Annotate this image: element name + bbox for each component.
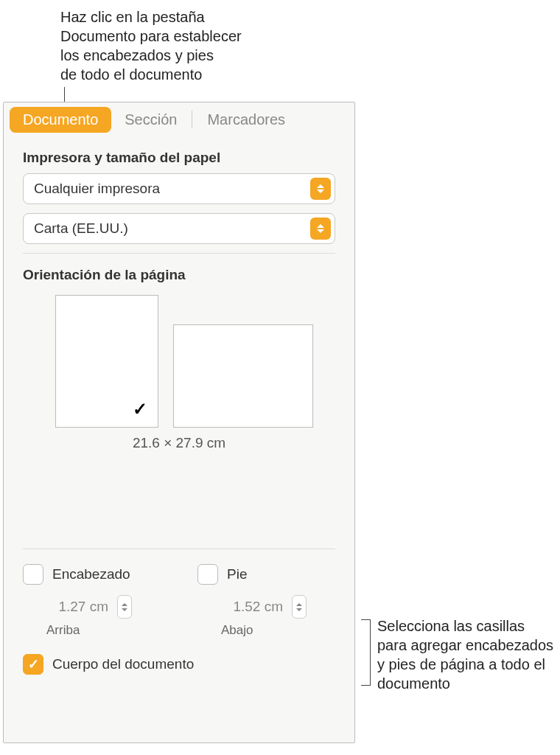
tab-section[interactable]: Sección — [111, 107, 190, 133]
tab-separator — [192, 111, 192, 128]
header-margin-input[interactable] — [39, 595, 113, 619]
tab-document[interactable]: Documento — [10, 107, 111, 133]
footer-margin-input[interactable] — [214, 595, 287, 619]
printer-dropdown-value: Cualquier impresora — [24, 181, 310, 197]
printer-paper-title: Impresora y tamaño del papel — [23, 150, 335, 166]
orientation-portrait-button[interactable]: ✓ — [55, 295, 158, 428]
paper-size-dropdown[interactable]: Carta (EE.UU.) — [23, 213, 335, 244]
tab-bookmarks[interactable]: Marcadores — [194, 107, 298, 133]
orientation-title: Orientación de la página — [23, 267, 335, 283]
callout-top-text: Haz clic en la pestañaDocumento para est… — [60, 7, 242, 84]
header-margin-stepper[interactable] — [117, 595, 132, 619]
orientation-landscape-button[interactable] — [173, 324, 313, 428]
callout-top-leader — [64, 87, 65, 103]
document-inspector-panel: Documento Sección Marcadores Impresora y… — [3, 102, 355, 743]
printer-dropdown[interactable]: Cualquier impresora — [23, 173, 335, 204]
footer-checkbox-label: Pie — [227, 566, 247, 582]
orientation-options: ✓ — [55, 295, 335, 428]
page-dimensions-text: 21.6 × 27.9 cm — [23, 435, 335, 451]
paper-size-dropdown-value: Carta (EE.UU.) — [24, 220, 310, 237]
tabs-bar: Documento Sección Marcadores — [4, 102, 354, 136]
document-body-label: Cuerpo del documento — [52, 656, 194, 672]
callout-right-text: Selecciona las casillas para agregar enc… — [377, 616, 554, 693]
header-position-label: Arriba — [46, 623, 161, 638]
document-body-row: Cuerpo del documento — [4, 638, 354, 675]
footer-margin-stepper[interactable] — [292, 595, 307, 619]
header-checkbox-label: Encabezado — [52, 566, 130, 582]
footer-checkbox[interactable] — [197, 564, 218, 585]
footer-column: Pie Abajo — [197, 564, 335, 638]
header-footer-row: Encabezado Arriba Pie Abajo — [4, 549, 354, 638]
footer-position-label: Abajo — [221, 623, 335, 638]
header-checkbox[interactable] — [23, 564, 43, 585]
header-column: Encabezado Arriba — [23, 564, 161, 638]
orientation-section: Orientación de la página ✓ 21.6 × 27.9 c… — [4, 254, 354, 451]
document-body-checkbox[interactable] — [23, 654, 43, 675]
updown-arrows-icon — [310, 218, 331, 240]
updown-arrows-icon — [310, 178, 331, 200]
callout-right-bracket — [361, 619, 371, 686]
checkmark-icon: ✓ — [133, 399, 147, 420]
printer-paper-section: Impresora y tamaño del papel Cualquier i… — [4, 136, 354, 244]
